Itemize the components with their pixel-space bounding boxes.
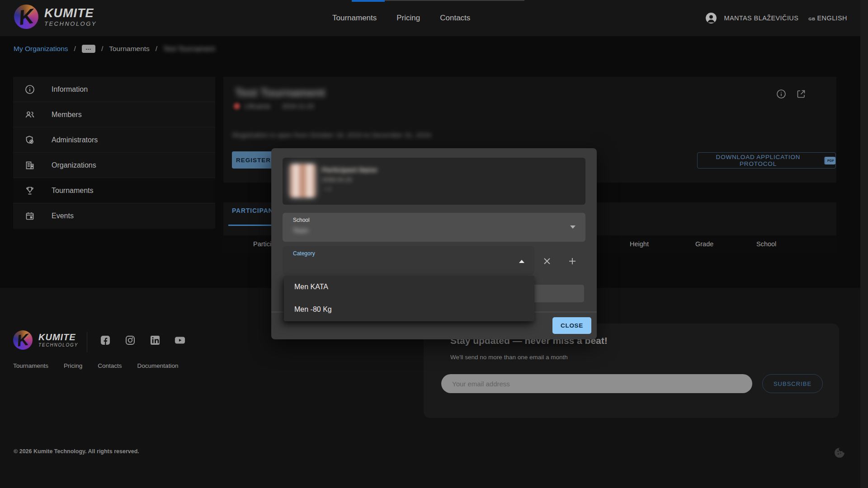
participant-birthdate: 2006-04-15 (322, 176, 352, 183)
footer-link-pricing[interactable]: Pricing (64, 362, 82, 369)
sidebar: Information Members Administrators Organ… (13, 77, 215, 229)
chevron-up-icon (519, 260, 524, 263)
admin-shield-icon (24, 135, 35, 145)
breadcrumb-tournaments[interactable]: Tournaments (109, 45, 150, 53)
school-select-label: School (293, 217, 310, 223)
participant-extra: + 2 (324, 186, 331, 192)
nav-contacts[interactable]: Contacts (440, 14, 470, 23)
participant-card: Participant Name 2006-04-15 + 2 (283, 158, 585, 205)
category-options-menu: Men KATA Men -80 Kg (284, 276, 534, 321)
footer-links: Tournaments Pricing Contacts Documentati… (13, 362, 178, 369)
linkedin-icon[interactable] (150, 335, 160, 346)
breadcrumb-separator: / (156, 45, 157, 53)
scrollbar-track[interactable] (860, 0, 868, 488)
instagram-icon[interactable] (125, 335, 136, 346)
copyright-text: © 2026 Kumite Technology. All rights res… (14, 448, 139, 455)
social-links (100, 335, 185, 346)
tournament-title: Test Tournament (235, 86, 325, 99)
user-name: MANTAS BLAŽEVIČIUS (724, 14, 798, 22)
newsletter-subheading: We'll send no more than one email a mont… (450, 354, 568, 361)
footer-link-documentation[interactable]: Documentation (137, 362, 179, 369)
avatar-icon (705, 12, 717, 24)
brand-logo-letter: K (14, 5, 38, 29)
column-height: Height (630, 240, 649, 248)
sidebar-item-events[interactable]: Events (13, 203, 215, 229)
column-grade: Grade (695, 240, 713, 248)
column-school: School (756, 240, 776, 248)
breadcrumb: My Organizations / … / Tournaments / Tes… (14, 36, 215, 61)
breadcrumb-collapsed-button[interactable]: … (82, 45, 95, 53)
sidebar-item-tournaments[interactable]: Tournaments (13, 178, 215, 203)
app-root: K KUMITE TECHNOLOGY Tournaments Pricing … (0, 0, 868, 488)
top-nav-bar: K KUMITE TECHNOLOGY Tournaments Pricing … (0, 0, 868, 36)
info-icon (24, 84, 35, 95)
registration-note: Registration is open from October 18, 20… (232, 131, 431, 139)
category-select[interactable]: Category (283, 246, 534, 275)
footer-link-tournaments[interactable]: Tournaments (13, 362, 48, 369)
nav-pricing[interactable]: Pricing (396, 14, 420, 23)
calendar-icon (24, 211, 35, 221)
email-input[interactable] (441, 374, 752, 393)
building-icon (24, 160, 35, 171)
menu-option-men-80kg[interactable]: Men -80 Kg (284, 298, 534, 321)
breadcrumb-my-organizations[interactable]: My Organizations (14, 45, 68, 53)
country-flag-icon (234, 103, 240, 109)
sidebar-item-organizations[interactable]: Organizations (13, 153, 215, 178)
language-label: ENGLISH (817, 14, 847, 22)
close-x-icon (542, 257, 552, 266)
youtube-icon[interactable] (175, 335, 185, 346)
open-in-new-icon[interactable] (796, 89, 807, 99)
info-circle-icon[interactable] (776, 89, 787, 99)
plus-icon (568, 257, 577, 266)
school-select-value: Team (293, 227, 308, 234)
user-menu[interactable]: MANTAS BLAŽEVIČIUS GB ENGLISH (705, 0, 847, 36)
footer-divider (87, 332, 87, 352)
language-selector[interactable]: GB ENGLISH (808, 14, 847, 22)
sidebar-item-members[interactable]: Members (13, 102, 215, 127)
trophy-icon (24, 185, 35, 196)
brand-logo-icon: K (14, 5, 38, 29)
tournament-date: 2024-11-23 (282, 103, 314, 110)
footer-logo[interactable]: K KUMITE TECHNOLOGY (13, 330, 78, 350)
language-code: GB (808, 16, 815, 21)
footer-link-contacts[interactable]: Contacts (98, 362, 122, 369)
chevron-down-icon (570, 225, 576, 229)
clear-category-button[interactable] (541, 255, 553, 267)
sidebar-item-administrators[interactable]: Administrators (13, 127, 215, 153)
cookie-settings-icon[interactable] (834, 447, 845, 459)
footer-logo-icon: K (13, 330, 33, 350)
facebook-icon[interactable] (100, 335, 111, 346)
participant-name: Participant Name (322, 166, 377, 174)
register-button[interactable]: REGISTER (232, 151, 275, 169)
members-icon (24, 109, 35, 120)
participant-photo (290, 164, 316, 197)
category-select-label: Category (293, 250, 315, 257)
school-select[interactable]: School Team (283, 213, 585, 242)
brand-subname: TECHNOLOGY (44, 21, 97, 27)
close-dialog-button[interactable]: CLOSE (552, 317, 591, 334)
pdf-icon: PDF (824, 157, 835, 164)
add-category-button[interactable] (566, 255, 579, 267)
breadcrumb-current-page: Test Tournament (163, 45, 215, 53)
breadcrumb-separator: / (74, 45, 76, 53)
nav-tournaments[interactable]: Tournaments (332, 14, 377, 23)
main-nav: Tournaments Pricing Contacts (332, 0, 470, 36)
download-protocol-button[interactable]: DOWNLOAD APPLICATION PROTOCOL PDF (697, 152, 836, 169)
menu-option-men-kata[interactable]: Men KATA (284, 276, 534, 298)
subscribe-button[interactable]: SUBSCRIBE (762, 374, 823, 393)
brand-logo[interactable]: K KUMITE TECHNOLOGY (14, 5, 97, 29)
tournament-location: Lithuania (245, 103, 270, 110)
breadcrumb-separator: / (101, 45, 103, 53)
brand-name: KUMITE (44, 7, 97, 19)
sidebar-item-information[interactable]: Information (13, 77, 215, 102)
